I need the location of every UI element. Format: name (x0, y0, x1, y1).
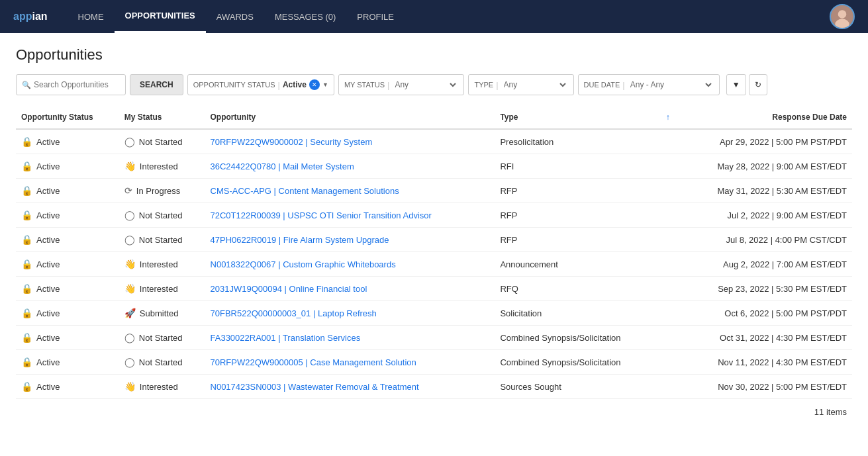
my-status-cell-7: 🚀 Submitted (119, 301, 205, 326)
filter-actions: ▼ ↻ (726, 74, 767, 95)
opportunity-link[interactable]: 70FBR522Q00000003_01 | Laptop Refresh (211, 308, 377, 318)
opportunity-status-clear[interactable]: ✕ (309, 79, 320, 90)
table-row: 🔒 Active ◯ Not Started 70RFPW22QW9000005… (16, 350, 852, 375)
nav-profile[interactable]: PROFILE (346, 0, 405, 33)
page-title: Opportunities (16, 46, 852, 64)
col-opportunity-status: Opportunity Status (16, 106, 119, 129)
my-status-label: Interested (140, 161, 178, 171)
status-cell-8: 🔒 Active (16, 326, 119, 350)
my-status-label: Not Started (139, 137, 183, 147)
opportunities-table: Opportunity Status My Status Opportunity… (16, 106, 852, 420)
my-status-icon: ◯ (124, 234, 135, 245)
status-label: Active (36, 333, 60, 343)
type-cell-6: RFQ (495, 277, 659, 301)
date-cell-6: Sep 23, 2022 | 5:30 PM EST/EDT (677, 277, 852, 301)
status-lock-icon: 🔒 (21, 308, 32, 318)
status-cell-2: 🔒 Active (16, 179, 119, 203)
my-status-select[interactable]: Any Not Started Interested In Progress S… (392, 79, 458, 90)
type-label: RFI (500, 161, 514, 171)
my-status-cell-8: ◯ Not Started (119, 326, 205, 350)
page-content: Opportunities 🔍 SEARCH OPPORTUNITY STATU… (0, 33, 868, 456)
sort-cell-7 (659, 301, 677, 326)
type-filter: TYPE | Any RFP RFI RFQ Solicitation Pres… (468, 74, 573, 95)
opportunity-cell-10: N0017423SN0003 | Wastewater Removal & Tr… (205, 375, 495, 399)
date-cell-7: Oct 6, 2022 | 5:00 PM PST/PDT (677, 301, 852, 326)
sort-cell-3 (659, 203, 677, 228)
my-status-label: Interested (140, 259, 178, 269)
type-label: Presolicitation (500, 137, 554, 147)
type-cell-4: RFP (495, 228, 659, 252)
opportunity-link[interactable]: 2031JW19Q00094 | Online Financial tool (211, 284, 367, 294)
status-lock-icon: 🔒 (21, 210, 32, 220)
my-status-cell-3: ◯ Not Started (119, 203, 205, 228)
my-status-icon: ◯ (124, 357, 135, 367)
type-select[interactable]: Any RFP RFI RFQ Solicitation Presolicita… (501, 79, 568, 90)
date-cell-10: Nov 30, 2022 | 5:00 PM EST/EDT (677, 375, 852, 399)
nav-links: HOME OPPORTUNITIES AWARDS MESSAGES (0) P… (68, 0, 830, 33)
nav-home[interactable]: HOME (68, 0, 115, 33)
app-logo[interactable]: appian (13, 11, 48, 23)
opportunity-link[interactable]: 72C0T122R00039 | USPSC OTI Senior Transi… (211, 210, 432, 220)
status-lock-icon: 🔒 (21, 283, 32, 294)
my-status-label: Not Started (139, 210, 183, 220)
opportunity-link[interactable]: 70RFPW22QW9000002 | Security System (211, 137, 373, 147)
due-date-label: DUE DATE (584, 81, 620, 89)
search-button[interactable]: SEARCH (130, 74, 183, 95)
opportunity-link[interactable]: N0018322Q0067 | Custom Graphic Whiteboar… (211, 259, 396, 269)
date-cell-3: Jul 2, 2022 | 9:00 AM EST/EDT (677, 203, 852, 228)
opportunity-cell-9: 70RFPW22QW9000005 | Case Management Solu… (205, 350, 495, 375)
nav-messages[interactable]: MESSAGES (0) (264, 0, 346, 33)
opportunity-status-label: OPPORTUNITY STATUS (193, 81, 275, 89)
opportunity-link[interactable]: CMS-ACC-APG | Content Management Solutio… (211, 186, 399, 196)
opportunity-link[interactable]: 36C24422Q0780 | Mail Meter System (211, 161, 354, 171)
navbar: appian HOME OPPORTUNITIES AWARDS MESSAGE… (0, 0, 868, 33)
svg-point-2 (835, 19, 849, 29)
type-cell-1: RFI (495, 154, 659, 179)
nav-opportunities[interactable]: OPPORTUNITIES (115, 0, 206, 33)
status-label: Active (36, 210, 60, 220)
search-box: 🔍 (16, 74, 126, 95)
status-cell-1: 🔒 Active (16, 154, 119, 179)
my-status-cell-9: ◯ Not Started (119, 350, 205, 375)
refresh-button[interactable]: ↻ (749, 74, 767, 95)
type-cell-9: Combined Synopsis/Solicitation (495, 350, 659, 375)
sort-cell-5 (659, 252, 677, 277)
opportunity-link[interactable]: N0017423SN0003 | Wastewater Removal & Tr… (211, 382, 419, 392)
opportunity-status-filter: OPPORTUNITY STATUS | Active ✕ ▼ (187, 74, 334, 95)
status-lock-icon: 🔒 (21, 357, 32, 367)
opportunity-status-chevron-icon[interactable]: ▼ (322, 81, 328, 88)
my-status-label: In Progress (136, 186, 180, 196)
my-status-label: Not Started (139, 235, 183, 245)
status-lock-icon: 🔒 (21, 234, 32, 245)
opportunity-link[interactable]: 70RFPW22QW9000005 | Case Management Solu… (211, 357, 416, 367)
type-cell-7: Solicitation (495, 301, 659, 326)
opportunity-link[interactable]: FA330022RA001 | Translation Services (211, 333, 361, 343)
opportunity-cell-5: N0018322Q0067 | Custom Graphic Whiteboar… (205, 252, 495, 277)
filter-icon: ▼ (732, 80, 740, 89)
table-row: 🔒 Active ◯ Not Started 72C0T122R00039 | … (16, 203, 852, 228)
my-status-icon: ◯ (124, 332, 135, 343)
date-cell-9: Nov 11, 2022 | 4:30 PM EST/EDT (677, 350, 852, 375)
my-status-label: Not Started (139, 357, 183, 367)
my-status-icon: 🚀 (124, 308, 136, 318)
table-row: 🔒 Active 👋 Interested 2031JW19Q00094 | O… (16, 277, 852, 301)
my-status-icon: ◯ (124, 210, 135, 220)
search-input[interactable] (34, 80, 120, 89)
type-label: Solicitation (500, 308, 542, 318)
date-cell-1: May 28, 2022 | 9:00 AM EST/EDT (677, 154, 852, 179)
my-status-label: Interested (140, 382, 178, 392)
col-sort[interactable]: ↑ (659, 106, 677, 129)
due-date-select[interactable]: Any - Any (628, 79, 714, 90)
table-row: 🔒 Active 🚀 Submitted 70FBR522Q00000003_0… (16, 301, 852, 326)
opportunity-cell-0: 70RFPW22QW9000002 | Security System (205, 129, 495, 154)
filter-options-button[interactable]: ▼ (726, 74, 746, 95)
type-label: RFP (500, 210, 517, 220)
sort-cell-4 (659, 228, 677, 252)
type-cell-2: RFP (495, 179, 659, 203)
status-label: Active (36, 382, 60, 392)
opportunity-link[interactable]: 47PH0622R0019 | Fire Alarm System Upgrad… (211, 235, 389, 245)
avatar[interactable] (830, 4, 855, 29)
nav-awards[interactable]: AWARDS (206, 0, 264, 33)
sort-cell-8 (659, 326, 677, 350)
status-cell-6: 🔒 Active (16, 277, 119, 301)
